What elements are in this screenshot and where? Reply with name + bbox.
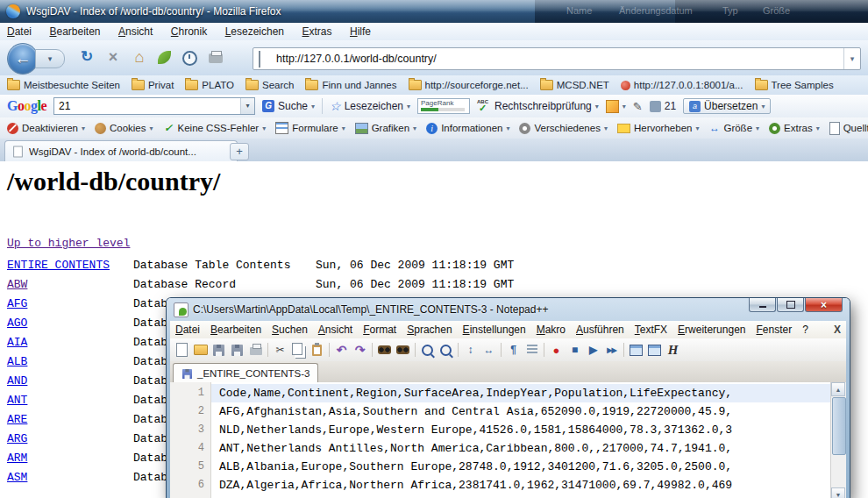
close-button[interactable]: ×	[805, 298, 843, 312]
home-icon[interactable]: ⌂	[130, 47, 149, 67]
npp-menu-suchen[interactable]: Suchen	[267, 321, 313, 338]
webdev-css[interactable]: ✓Keine CSS-Fehler▾	[163, 122, 267, 134]
npp-menu-ausfuehren[interactable]: Ausführen	[571, 321, 630, 338]
save-all-icon[interactable]	[229, 342, 245, 359]
addon-leaf-icon[interactable]	[158, 51, 171, 64]
find-icon[interactable]	[376, 342, 393, 359]
npp-menu-erweiterungen[interactable]: Erweiterungen	[672, 321, 751, 338]
npp-menu-format[interactable]: Format	[358, 321, 402, 338]
print-icon[interactable]	[209, 53, 223, 63]
notepadpp-editor[interactable]: 1 2 3 4 5 6 Code,Name,Continent,Region,S…	[170, 382, 846, 498]
tab-wsgidav[interactable]: WsgiDAV - Index of /world-db/count...	[4, 140, 238, 162]
scrollbar-thumb[interactable]	[832, 397, 846, 455]
translate-button[interactable]: aÜbersetzen▾	[683, 98, 771, 114]
url-dropdown-icon[interactable]: ▾	[843, 48, 860, 69]
npp-menu-datei[interactable]: Datei	[170, 321, 205, 338]
save-icon[interactable]	[210, 342, 227, 359]
paste-icon[interactable]	[309, 342, 325, 359]
print-icon[interactable]	[247, 342, 264, 359]
npp-menu-fenster[interactable]: Fenster	[751, 321, 797, 338]
notepadpp-titlebar[interactable]: C:\Users\Martin\AppData\Local\Temp\_ENTI…	[167, 298, 850, 321]
back-button[interactable]: ←	[7, 43, 39, 75]
row-link[interactable]: ASM	[7, 471, 27, 484]
cut-icon[interactable]: ✂	[272, 342, 288, 359]
search-value[interactable]: 21	[59, 98, 70, 114]
redo-icon[interactable]: ↷	[352, 342, 368, 359]
sync-horizontal-icon[interactable]: ↔	[480, 342, 497, 359]
open-file-icon[interactable]	[192, 342, 209, 359]
vertical-scrollbar[interactable]: ▲ ▼	[830, 382, 846, 498]
bookmark-sourceforge[interactable]: http://sourceforge.net...	[409, 80, 529, 90]
pagerank-widget[interactable]: PageRank	[417, 98, 470, 114]
zoom-in-icon[interactable]	[419, 342, 436, 359]
npp-menu-ansicht[interactable]: Ansicht	[313, 321, 358, 338]
tab-entire-contents-3[interactable]: _ENTIRE_CONTENTS-3	[173, 363, 318, 383]
row-link[interactable]: AFG	[7, 297, 27, 310]
npp-menu-sprachen[interactable]: Sprachen	[402, 321, 457, 338]
row-link[interactable]: ARE	[7, 413, 27, 426]
google-bookmarks-button[interactable]: ☆Lesezeichen▾	[330, 99, 410, 113]
row-link[interactable]: ANT	[7, 394, 27, 407]
row-link[interactable]: ARM	[7, 452, 27, 465]
webdev-formulare[interactable]: Formulare▾	[275, 122, 345, 134]
reload-icon[interactable]: ↻	[77, 47, 96, 67]
counter-badge[interactable]: 21	[650, 100, 676, 112]
url-bar[interactable]: http://127.0.0.1/world-db/country/ ▾	[253, 47, 861, 70]
maximize-button[interactable]	[777, 298, 804, 312]
webdev-quelltext[interactable]: Quelltext	[829, 122, 868, 135]
addon-clock-icon[interactable]	[182, 51, 197, 66]
bookmark-finn-und-jannes[interactable]: Finn und Jannes	[305, 80, 396, 90]
menu-datei[interactable]: Datei	[0, 23, 39, 40]
search-dropdown-icon[interactable]: ▾	[240, 98, 254, 114]
up-to-higher-level-link[interactable]: Up to higher level	[7, 237, 130, 250]
code-area[interactable]: Code,Name,Continent,Region,SurfaceArea,I…	[211, 382, 831, 498]
row-link[interactable]: ENTIRE CONTENTS	[7, 259, 110, 272]
row-link[interactable]: AND	[7, 374, 27, 388]
bookmark-privat[interactable]: Privat	[132, 80, 174, 90]
webdev-grafiken[interactable]: Grafiken▾	[355, 123, 416, 134]
new-file-icon[interactable]	[174, 342, 190, 359]
menu-lesezeichen[interactable]: Lesezeichen	[218, 23, 291, 40]
indent-guide-icon[interactable]	[523, 342, 540, 359]
minimize-button[interactable]	[749, 298, 776, 312]
show-all-characters-icon[interactable]: ¶	[505, 342, 522, 359]
scroll-up-icon[interactable]: ▲	[831, 382, 845, 396]
row-link[interactable]: ALB	[7, 355, 27, 368]
doc-map-icon[interactable]	[646, 342, 663, 359]
undo-icon[interactable]: ↶	[333, 342, 350, 359]
highlight-button[interactable]: ▾	[606, 100, 626, 113]
forward-history-button[interactable]: ▾	[35, 49, 65, 68]
new-tab-button[interactable]: +	[230, 143, 249, 160]
stop-icon[interactable]: ×	[103, 47, 123, 67]
webdev-informationen[interactable]: iInformationen▾	[426, 123, 509, 134]
bookmark-meistbesuchte-seiten[interactable]: Meistbesuchte Seiten	[7, 80, 120, 90]
row-link[interactable]: ARG	[7, 432, 27, 445]
webdev-groesse[interactable]: ↔Größe▾	[708, 122, 759, 134]
row-link[interactable]: AGO	[7, 317, 27, 330]
copy-icon[interactable]	[290, 342, 307, 359]
npp-menu-textfx[interactable]: TextFX	[630, 321, 672, 338]
webdev-cookies[interactable]: Cookies▾	[95, 123, 153, 134]
bookmark-search[interactable]: Search	[245, 80, 294, 90]
google-search-input[interactable]: 21 ▾	[53, 97, 255, 115]
bookmark-plato[interactable]: PLATO	[185, 80, 234, 90]
spellcheck-button[interactable]: ABC✓Rechtschreibprüfung▾	[477, 100, 599, 112]
webdev-verschiedenes[interactable]: Verschiedenes▾	[519, 123, 607, 134]
webdev-extras[interactable]: Extras▾	[769, 123, 820, 134]
webdev-hervorheben[interactable]: Hervorheben▾	[617, 123, 700, 133]
npp-menu-bearbeiten[interactable]: Bearbeiten	[205, 321, 267, 338]
record-macro-icon[interactable]: ●	[548, 342, 565, 359]
npp-menu-einstellungen[interactable]: Einstellungen	[458, 321, 531, 338]
bookmark-mcsd-net[interactable]: MCSD.NET	[540, 80, 609, 90]
close-document-button[interactable]: X	[834, 321, 841, 338]
doc-switcher-icon[interactable]	[628, 342, 644, 359]
run-macro-multiple-icon[interactable]: ▶▶	[603, 342, 620, 359]
sync-vertical-icon[interactable]: ↕	[462, 342, 479, 359]
url-text[interactable]: http://127.0.0.1/world-db/country/	[276, 48, 437, 69]
hex-editor-icon[interactable]: H	[665, 342, 681, 359]
npp-menu-makro[interactable]: Makro	[531, 321, 571, 338]
row-link[interactable]: AIA	[7, 336, 27, 349]
bookmark-tree-samples[interactable]: Tree Samples	[755, 80, 834, 90]
npp-menu-help[interactable]: ?	[797, 321, 814, 338]
stop-macro-icon[interactable]: ■	[566, 342, 583, 359]
